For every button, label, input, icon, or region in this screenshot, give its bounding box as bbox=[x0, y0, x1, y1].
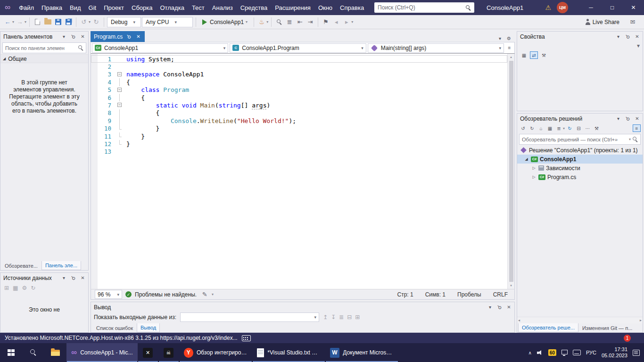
preview-selected-items-icon[interactable]: ≡ bbox=[633, 124, 641, 132]
solution-explorer-header[interactable]: Обозреватель решений ▾ ⚲ ✕ bbox=[517, 114, 643, 123]
close-icon[interactable]: ✕ bbox=[633, 115, 641, 123]
chevron-down-icon[interactable]: ▾ bbox=[266, 20, 268, 24]
window-options-icon[interactable]: ⚙ bbox=[505, 34, 513, 42]
scroll-up-icon[interactable]: ▴ bbox=[510, 54, 512, 60]
menu-edit[interactable]: Правка bbox=[38, 0, 66, 15]
window-position-icon[interactable]: ▾ bbox=[60, 274, 68, 282]
chevron-down-icon[interactable]: ▾ bbox=[12, 20, 14, 24]
code-line[interactable]: 13 bbox=[91, 148, 507, 156]
window-position-icon[interactable]: ▾ bbox=[486, 304, 494, 311]
notification-badge[interactable]: 1 bbox=[624, 335, 631, 342]
tree-item-dependencies[interactable]: ▷ Зависимости bbox=[517, 164, 643, 173]
properties-shortcut-icon[interactable]: ⚒ bbox=[593, 124, 601, 132]
taskbar-app-game-2[interactable]: ☠ bbox=[158, 343, 179, 362]
document-tab-program-cs[interactable]: Program.cs ⚲ ✕ bbox=[91, 31, 145, 42]
code-cleanup-icon[interactable]: ✎ bbox=[200, 290, 209, 299]
code-line[interactable]: 1using System; bbox=[91, 55, 507, 63]
undo-icon[interactable]: ↺ bbox=[79, 16, 89, 28]
next-bookmark-icon[interactable]: ▸ bbox=[342, 16, 351, 28]
solution-platform-dropdown[interactable]: Any CPU ▾ bbox=[142, 17, 193, 27]
code-line[interactable]: 5− class Program bbox=[91, 86, 507, 94]
add-data-source-icon[interactable]: ⊞ bbox=[4, 285, 9, 291]
chevron-down-icon[interactable]: ▾ bbox=[629, 137, 631, 141]
taskbar-clock[interactable]: 17:31 05.02.2023 bbox=[602, 346, 627, 359]
chevron-down-icon[interactable]: ▾ bbox=[212, 292, 214, 296]
solution-configuration-dropdown[interactable]: Debug ▾ bbox=[107, 17, 141, 27]
toolbox-header[interactable]: Панель элементов ▾ ⚲ ✕ bbox=[0, 32, 88, 41]
close-icon[interactable]: ✕ bbox=[79, 33, 87, 41]
chevron-down-icon[interactable]: ▾ bbox=[351, 20, 353, 24]
tab-toolbox[interactable]: Панель эле... bbox=[41, 261, 81, 270]
code-line[interactable]: 4{ bbox=[91, 78, 507, 86]
new-file-icon[interactable] bbox=[33, 16, 42, 28]
alphabetical-view-icon[interactable]: ⇄ bbox=[530, 51, 538, 59]
code-line[interactable]: 2 bbox=[91, 63, 507, 70]
active-files-dropdown-icon[interactable]: ▾ bbox=[496, 34, 504, 42]
refresh-icon[interactable]: ↻ bbox=[31, 285, 35, 291]
bookmark-icon[interactable]: ⚑ bbox=[321, 16, 330, 28]
previous-bookmark-icon[interactable]: ◂ bbox=[331, 16, 341, 28]
tab-output[interactable]: Вывод bbox=[137, 323, 160, 332]
touch-keyboard-icon[interactable] bbox=[573, 350, 581, 355]
menu-project[interactable]: Проект bbox=[100, 0, 128, 15]
live-share-button[interactable]: Live Share bbox=[584, 16, 620, 28]
menu-test[interactable]: Тест bbox=[188, 0, 208, 15]
project-dropdown[interactable]: C# ConsoleApp1 ▾ bbox=[92, 43, 228, 53]
expander-closed-icon[interactable]: ▷ bbox=[531, 175, 537, 179]
network-icon[interactable] bbox=[561, 350, 568, 356]
taskbar-app-notepad[interactable]: *Visual Studio.txt – ... bbox=[252, 343, 325, 362]
zoom-dropdown[interactable]: 96 % ▾ bbox=[95, 290, 122, 299]
menu-debug[interactable]: Отладка bbox=[157, 0, 188, 15]
code-line[interactable]: 8 { bbox=[91, 109, 507, 117]
code-line[interactable]: 12} bbox=[91, 140, 507, 148]
action-center-icon[interactable] bbox=[633, 350, 640, 356]
menu-tools[interactable]: Средства bbox=[237, 0, 272, 15]
feedback-icon[interactable]: ✉ bbox=[628, 16, 637, 28]
language-indicator[interactable]: РУС bbox=[586, 350, 596, 355]
code-line[interactable]: 7− static void Main(string[] args) bbox=[91, 101, 507, 109]
user-avatar[interactable]: ЦМ bbox=[557, 2, 568, 13]
line-ending-indicator[interactable]: CRLF bbox=[493, 291, 508, 298]
redo-icon[interactable]: ↻ bbox=[91, 16, 101, 28]
save-all-icon[interactable] bbox=[64, 16, 73, 28]
fold-margin[interactable]: − bbox=[116, 101, 124, 109]
show-all-files-icon[interactable]: ⋯ bbox=[584, 124, 592, 132]
file-explorer-button[interactable] bbox=[44, 343, 66, 362]
start-button[interactable] bbox=[0, 343, 22, 362]
collapse-region-icon[interactable]: − bbox=[117, 72, 122, 76]
start-debugging-button[interactable]: ConsoleApp1 ▾ bbox=[199, 16, 251, 28]
navigate-forward-icon[interactable]: → bbox=[15, 16, 25, 28]
taskbar-app-browser[interactable]: Y Обзор интегриров... bbox=[179, 343, 252, 362]
quick-search[interactable] bbox=[374, 2, 474, 13]
categorized-view-icon[interactable]: ▦ bbox=[520, 51, 528, 59]
tab-error-list[interactable]: Список ошибок bbox=[93, 323, 136, 332]
code-line[interactable]: 11 } bbox=[91, 132, 507, 140]
output-header[interactable]: Вывод ▾ ⚲ ✕ bbox=[91, 302, 514, 312]
taskbar-app-visual-studio[interactable]: ∞ ConsoleApp1 - Mic... bbox=[66, 343, 138, 362]
forward-icon[interactable]: ↻ bbox=[528, 124, 536, 132]
code-line[interactable]: 10 } bbox=[91, 125, 507, 132]
notification-warning-icon[interactable]: ⚠ bbox=[545, 4, 551, 11]
chevron-down-icon[interactable]: ▾ bbox=[89, 20, 91, 24]
solution-search-input[interactable] bbox=[522, 137, 628, 142]
tab-solution-explorer[interactable]: Обозреватель реше... bbox=[518, 323, 578, 332]
code-line[interactable]: 6 { bbox=[91, 94, 507, 101]
minimize-button[interactable]: ─ bbox=[580, 0, 602, 15]
find-in-files-icon[interactable] bbox=[274, 16, 284, 28]
configure-icon[interactable]: ⚙ bbox=[22, 285, 27, 291]
close-icon[interactable]: ✕ bbox=[79, 274, 87, 282]
open-file-icon[interactable] bbox=[43, 16, 52, 28]
scrollbar-thumb[interactable] bbox=[509, 61, 513, 282]
tree-item-solution[interactable]: Решение "ConsoleApp1" (проекты: 1 из 1) bbox=[517, 146, 643, 155]
health-check-icon[interactable]: ✓ bbox=[125, 291, 132, 297]
menu-extensions[interactable]: Расширения bbox=[271, 0, 314, 15]
previous-message-icon[interactable]: ↥ bbox=[323, 314, 328, 321]
member-dropdown[interactable]: Main(string[] args) ▾ bbox=[368, 43, 504, 53]
home-icon[interactable]: ⌂ bbox=[537, 124, 545, 132]
volume-icon[interactable] bbox=[537, 350, 543, 355]
menu-file[interactable]: Файл bbox=[15, 0, 38, 15]
editor-vertical-scrollbar[interactable]: ▴ ▾ bbox=[507, 54, 514, 289]
properties-header[interactable]: Свойства ▾ ⚲ ✕ bbox=[517, 32, 643, 41]
data-sources-header[interactable]: Источники данных ▾ ⚲ ✕ bbox=[0, 273, 88, 283]
code-pane[interactable]: 1using System;23−namespace ConsoleApp14{… bbox=[91, 54, 507, 289]
